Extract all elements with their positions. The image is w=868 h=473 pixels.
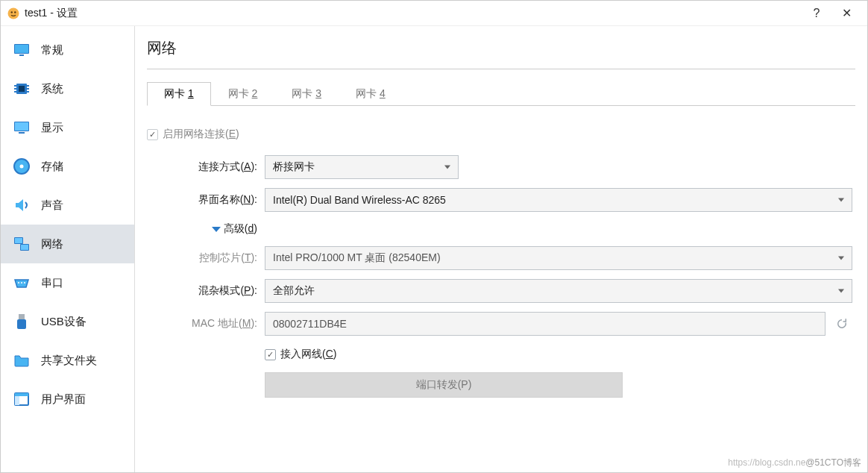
settings-window: test1 - 设置 ? ✕ 常规 系统 显示 存储 (0, 0, 868, 473)
window-body: 常规 系统 显示 存储 声音 网络 (1, 26, 867, 472)
svg-rect-27 (17, 319, 26, 329)
svg-rect-16 (19, 132, 25, 134)
sidebar-item-label: 系统 (41, 82, 63, 96)
promiscuous-select[interactable]: 全部允许 (265, 279, 852, 303)
speaker-icon (13, 196, 31, 214)
adapter-type-label: 控制芯片(T): (147, 251, 265, 265)
svg-rect-15 (15, 122, 28, 131)
svg-point-2 (14, 11, 16, 13)
svg-point-0 (8, 7, 19, 19)
sidebar-item-shared[interactable]: 共享文件夹 (1, 341, 134, 380)
window-title: test1 - 设置 (25, 7, 802, 20)
sidebar-item-serial[interactable]: 串口 (1, 263, 134, 302)
cable-connected-checkbox[interactable]: 接入网线(C) (265, 348, 336, 361)
disk-icon (13, 157, 31, 175)
layout-icon (13, 390, 31, 408)
attached-to-select[interactable]: 桥接网卡 (265, 155, 459, 179)
watermark: https://blog.csdn.ne@51CTO博客 (728, 457, 861, 469)
port-forwarding-button[interactable]: 端口转发(P) (265, 372, 623, 398)
svg-point-25 (24, 282, 25, 284)
usb-icon (13, 313, 31, 331)
svg-rect-20 (15, 238, 22, 243)
close-button[interactable]: ✕ (831, 1, 861, 26)
sidebar-item-display[interactable]: 显示 (1, 108, 134, 147)
triangle-down-icon (212, 227, 221, 232)
svg-point-23 (18, 282, 19, 284)
refresh-icon (835, 317, 849, 331)
refresh-mac-button[interactable] (831, 313, 852, 334)
sidebar-item-ui[interactable]: 用户界面 (1, 380, 134, 419)
svg-point-24 (21, 282, 22, 284)
promiscuous-label: 混杂模式(P): (147, 284, 265, 298)
sidebar-item-label: 存储 (41, 160, 63, 174)
svg-point-1 (11, 11, 13, 13)
sidebar-item-label: 串口 (41, 276, 63, 290)
display-icon (13, 119, 31, 137)
serial-port-icon (13, 274, 31, 292)
sidebar-item-system[interactable]: 系统 (1, 69, 134, 108)
svg-rect-26 (19, 314, 25, 319)
enable-network-checkbox[interactable]: 启用网络连接(E) (147, 128, 239, 141)
tab-adapter-1[interactable]: 网卡 1 (147, 82, 211, 106)
titlebar: test1 - 设置 ? ✕ (1, 1, 867, 26)
chip-icon (13, 80, 31, 98)
sidebar-item-general[interactable]: 常规 (1, 31, 134, 69)
svg-rect-22 (21, 245, 28, 250)
folder-icon (13, 351, 31, 369)
svg-rect-29 (15, 393, 28, 396)
sidebar-item-audio[interactable]: 声音 (1, 186, 134, 225)
svg-rect-7 (19, 86, 25, 92)
sidebar-item-label: 常规 (41, 43, 63, 57)
tab-adapter-4[interactable]: 网卡 4 (339, 82, 403, 106)
adapter-name-label: 界面名称(N): (147, 193, 265, 207)
monitor-icon (13, 41, 31, 59)
sidebar-item-label: USB设备 (41, 315, 87, 329)
adapter-tabs: 网卡 1 网卡 2 网卡 3 网卡 4 (147, 81, 855, 106)
sidebar: 常规 系统 显示 存储 声音 网络 (1, 26, 135, 472)
advanced-toggle[interactable]: 高级(d) (212, 222, 257, 236)
mac-address-label: MAC 地址(M): (147, 317, 265, 331)
adapter-type-select[interactable]: Intel PRO/1000 MT 桌面 (82540EM) (265, 246, 852, 270)
sidebar-item-label: 共享文件夹 (41, 354, 97, 368)
svg-point-18 (20, 165, 24, 169)
attached-to-label: 连接方式(A): (147, 160, 265, 174)
sidebar-item-label: 网络 (41, 237, 63, 251)
checkbox-icon (147, 129, 158, 140)
adapter-name-select[interactable]: Intel(R) Dual Band Wireless-AC 8265 (265, 188, 852, 212)
help-button[interactable]: ? (802, 1, 831, 26)
tab-adapter-3[interactable]: 网卡 3 (274, 82, 339, 106)
adapter-form: 启用网络连接(E) 连接方式(A): 桥接网卡 界面名称(N): Intel(R… (147, 106, 855, 401)
sidebar-item-storage[interactable]: 存储 (1, 147, 134, 186)
checkbox-icon (265, 349, 276, 360)
page-title: 网络 (147, 35, 855, 69)
main-panel: 网络 网卡 1 网卡 2 网卡 3 网卡 4 (135, 26, 867, 472)
svg-rect-4 (15, 45, 28, 53)
sidebar-item-network[interactable]: 网络 (1, 225, 134, 263)
sidebar-item-label: 用户界面 (41, 392, 86, 407)
tab-adapter-2[interactable]: 网卡 2 (211, 82, 275, 106)
sidebar-item-usb[interactable]: USB设备 (1, 302, 134, 341)
svg-rect-30 (15, 396, 19, 405)
svg-rect-5 (19, 54, 24, 56)
network-icon (13, 235, 31, 253)
mac-address-field[interactable]: 08002711DB4E (265, 312, 825, 336)
sidebar-item-label: 声音 (41, 198, 63, 213)
sidebar-item-label: 显示 (41, 121, 63, 135)
app-icon (7, 7, 20, 20)
